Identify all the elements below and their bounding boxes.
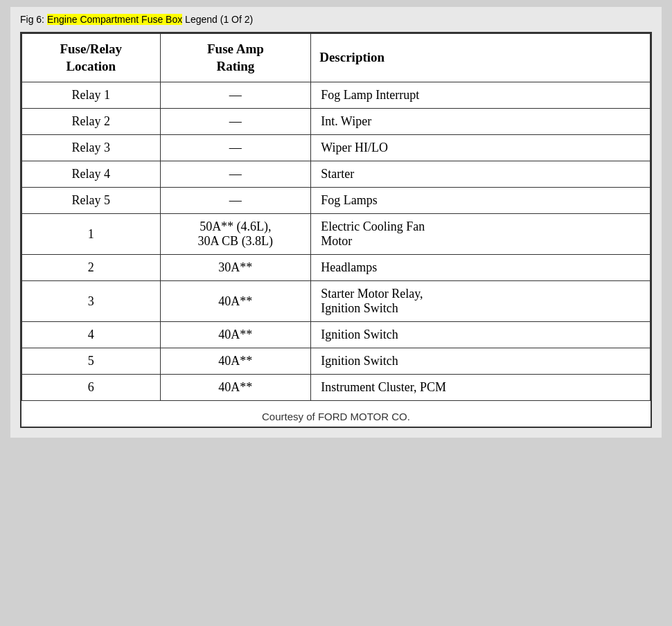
table-row: 340A**Starter Motor Relay,Ignition Switc… bbox=[22, 281, 651, 322]
fuse-table-wrapper: Fuse/RelayLocation Fuse AmpRating Descri… bbox=[20, 32, 652, 428]
cell-description: Int. Wiper bbox=[311, 109, 651, 135]
title-prefix: Fig 6: bbox=[20, 14, 47, 25]
table-row: Relay 5—Fog Lamps bbox=[22, 188, 651, 214]
cell-description: Ignition Switch bbox=[311, 322, 651, 348]
cell-rating: 40A** bbox=[160, 281, 311, 322]
table-header-row: Fuse/RelayLocation Fuse AmpRating Descri… bbox=[22, 34, 651, 82]
courtesy-row: Courtesy of FORD MOTOR CO. bbox=[22, 401, 651, 427]
cell-description: Fog Lamps bbox=[311, 188, 651, 214]
page-title: Fig 6: Engine Compartment Fuse Box Legen… bbox=[20, 14, 652, 25]
cell-rating: — bbox=[160, 188, 311, 214]
table-row: Relay 3—Wiper HI/LO bbox=[22, 135, 651, 161]
cell-description: Instrument Cluster, PCM bbox=[311, 375, 651, 401]
cell-location: 2 bbox=[22, 255, 161, 281]
cell-description: Ignition Switch bbox=[311, 348, 651, 375]
cell-rating: 40A** bbox=[160, 375, 311, 401]
cell-description: Starter bbox=[311, 161, 651, 188]
page-container: Fig 6: Engine Compartment Fuse Box Legen… bbox=[10, 7, 662, 438]
cell-description: Starter Motor Relay,Ignition Switch bbox=[311, 281, 651, 322]
cell-location: Relay 1 bbox=[22, 82, 161, 109]
cell-description: Electric Cooling FanMotor bbox=[311, 214, 651, 255]
cell-rating: 40A** bbox=[160, 348, 311, 375]
cell-location: 3 bbox=[22, 281, 161, 322]
title-highlighted: Engine Compartment Fuse Box bbox=[47, 14, 182, 25]
cell-description: Fog Lamp Interrupt bbox=[311, 82, 651, 109]
table-row: 540A**Ignition Switch bbox=[22, 348, 651, 375]
table-row: 150A** (4.6L),30A CB (3.8L)Electric Cool… bbox=[22, 214, 651, 255]
cell-location: Relay 2 bbox=[22, 109, 161, 135]
cell-rating: 50A** (4.6L),30A CB (3.8L) bbox=[160, 214, 311, 255]
cell-location: 1 bbox=[22, 214, 161, 255]
table-row: Relay 1—Fog Lamp Interrupt bbox=[22, 82, 651, 109]
courtesy-text: Courtesy of FORD MOTOR CO. bbox=[22, 401, 651, 427]
fuse-table: Fuse/RelayLocation Fuse AmpRating Descri… bbox=[21, 33, 651, 427]
table-row: Relay 4—Starter bbox=[22, 161, 651, 188]
cell-description: Wiper HI/LO bbox=[311, 135, 651, 161]
cell-rating: — bbox=[160, 109, 311, 135]
cell-location: Relay 3 bbox=[22, 135, 161, 161]
title-suffix: Legend (1 Of 2) bbox=[182, 14, 253, 25]
cell-location: Relay 5 bbox=[22, 188, 161, 214]
cell-location: 6 bbox=[22, 375, 161, 401]
table-row: 230A**Headlamps bbox=[22, 255, 651, 281]
header-description: Description bbox=[311, 34, 651, 82]
cell-location: Relay 4 bbox=[22, 161, 161, 188]
header-location: Fuse/RelayLocation bbox=[22, 34, 161, 82]
header-rating: Fuse AmpRating bbox=[160, 34, 311, 82]
cell-rating: — bbox=[160, 161, 311, 188]
cell-description: Headlamps bbox=[311, 255, 651, 281]
table-row: Relay 2—Int. Wiper bbox=[22, 109, 651, 135]
cell-location: 4 bbox=[22, 322, 161, 348]
cell-rating: — bbox=[160, 135, 311, 161]
cell-rating: 40A** bbox=[160, 322, 311, 348]
table-row: 440A**Ignition Switch bbox=[22, 322, 651, 348]
cell-location: 5 bbox=[22, 348, 161, 375]
cell-rating: — bbox=[160, 82, 311, 109]
table-row: 640A**Instrument Cluster, PCM bbox=[22, 375, 651, 401]
cell-rating: 30A** bbox=[160, 255, 311, 281]
